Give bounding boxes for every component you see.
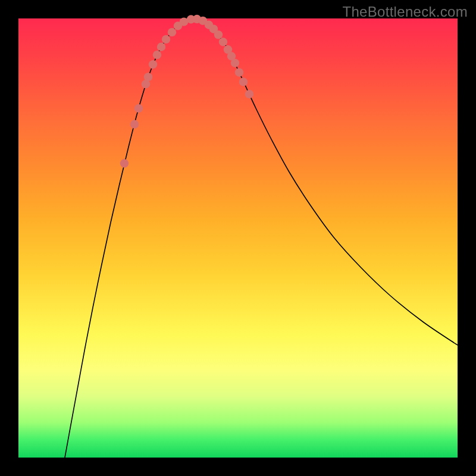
data-marker (157, 43, 165, 51)
data-marker (120, 159, 129, 167)
data-marker (130, 120, 139, 129)
data-marker (144, 73, 152, 81)
data-marker (245, 90, 253, 98)
data-marker (231, 59, 239, 67)
data-marker (153, 51, 161, 59)
data-marker (214, 30, 223, 39)
data-marker (239, 77, 248, 86)
data-marker (235, 68, 243, 77)
watermark-text: TheBottleneck.com (342, 4, 468, 20)
data-marker (219, 37, 227, 46)
plot-background (18, 18, 458, 458)
chart-frame: TheBottleneck.com (0, 0, 476, 476)
curve-svg (18, 18, 458, 458)
data-marker (149, 60, 157, 68)
data-marker (162, 35, 170, 43)
data-marker (168, 28, 176, 36)
data-marker (134, 104, 143, 112)
bottleneck-curve (65, 19, 458, 458)
marker-group (120, 15, 253, 168)
